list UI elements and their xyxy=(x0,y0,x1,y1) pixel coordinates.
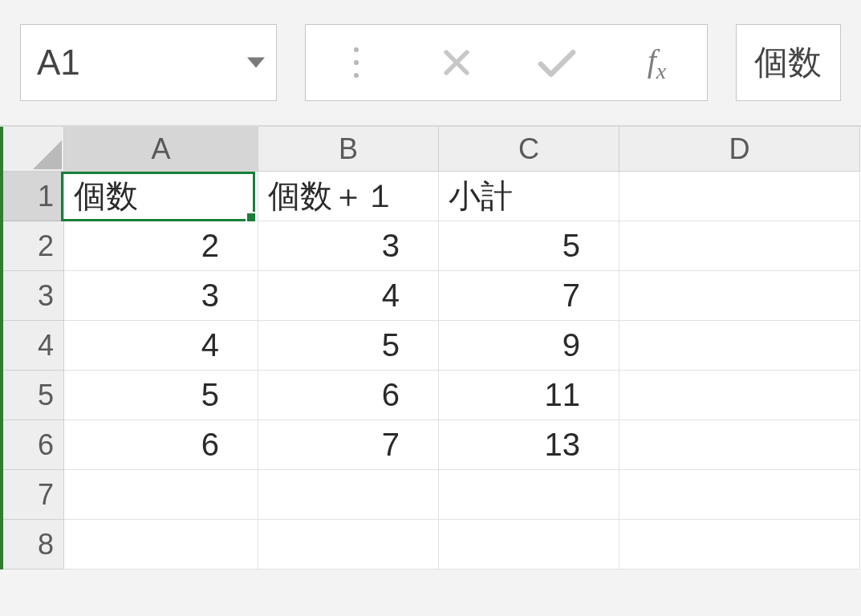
grid-row: 7 xyxy=(3,470,861,520)
cell[interactable]: 13 xyxy=(439,420,619,470)
cell[interactable]: 7 xyxy=(258,420,439,470)
cell[interactable]: 2 xyxy=(64,221,258,271)
cell[interactable] xyxy=(258,470,439,520)
cell[interactable] xyxy=(619,221,860,271)
formula-bar-input[interactable]: 個数 xyxy=(736,24,841,101)
column-header-b[interactable]: B xyxy=(258,127,439,172)
cell[interactable]: 9 xyxy=(439,321,619,371)
fx-icon: fx xyxy=(648,42,667,84)
formula-bar-buttons: fx xyxy=(305,24,708,101)
insert-function-button[interactable]: fx xyxy=(607,25,707,100)
cell[interactable]: 5 xyxy=(439,221,619,271)
row-header[interactable]: 1 xyxy=(3,172,64,221)
cell[interactable]: 7 xyxy=(439,271,619,321)
cell[interactable] xyxy=(619,470,860,520)
cell[interactable]: 3 xyxy=(258,221,439,271)
cell[interactable] xyxy=(619,420,860,470)
cell[interactable]: 11 xyxy=(439,371,619,420)
spreadsheet-grid: A B C D 1 個数 個数＋１ 小計 2 2 3 5 3 3 4 7 xyxy=(0,127,861,569)
cell[interactable] xyxy=(619,371,860,420)
cell[interactable]: 小計 xyxy=(439,172,619,221)
grid-row: 2 2 3 5 xyxy=(3,221,861,271)
cell[interactable]: 6 xyxy=(258,371,439,420)
row-header[interactable]: 4 xyxy=(3,321,64,371)
chevron-down-icon[interactable] xyxy=(247,58,265,68)
cell[interactable]: 5 xyxy=(258,321,439,371)
column-header-d[interactable]: D xyxy=(619,127,860,172)
name-box-input[interactable] xyxy=(35,42,212,83)
row-header[interactable]: 5 xyxy=(3,371,64,420)
grid-row: 8 xyxy=(3,520,861,569)
cell[interactable]: 6 xyxy=(64,420,258,470)
row-header[interactable]: 3 xyxy=(3,271,64,321)
grid-row: 5 5 6 11 xyxy=(3,371,861,420)
name-box[interactable] xyxy=(20,24,277,101)
cell[interactable]: 4 xyxy=(258,271,439,321)
cell[interactable]: 3 xyxy=(64,271,258,321)
grid-row: 3 3 4 7 xyxy=(3,271,861,321)
column-header-c[interactable]: C xyxy=(439,127,619,172)
cell[interactable]: 個数 xyxy=(64,172,258,221)
grid-row: 4 4 5 9 xyxy=(3,321,861,371)
column-header-row: A B C D xyxy=(3,127,861,172)
cell[interactable] xyxy=(619,520,860,569)
cell[interactable]: 4 xyxy=(64,321,258,371)
enter-button[interactable] xyxy=(506,25,607,100)
cell[interactable] xyxy=(619,172,860,221)
row-header[interactable]: 6 xyxy=(3,420,64,470)
select-all-corner[interactable] xyxy=(3,127,64,172)
cell[interactable] xyxy=(64,520,258,569)
column-header-a[interactable]: A xyxy=(64,127,258,172)
formula-bar: fx 個数 xyxy=(0,0,861,127)
row-header[interactable]: 7 xyxy=(3,470,64,520)
cell[interactable] xyxy=(64,470,258,520)
cell[interactable] xyxy=(619,271,860,321)
grid-row: 1 個数 個数＋１ 小計 xyxy=(3,172,861,221)
cell[interactable]: 個数＋１ xyxy=(258,172,439,221)
expand-handle-icon[interactable] xyxy=(306,25,406,100)
cancel-button[interactable] xyxy=(406,25,506,100)
row-header[interactable]: 2 xyxy=(3,221,64,271)
cell[interactable] xyxy=(439,470,619,520)
cell[interactable] xyxy=(619,321,860,371)
cell[interactable]: 5 xyxy=(64,371,258,420)
cell[interactable] xyxy=(439,520,619,569)
cell[interactable] xyxy=(258,520,439,569)
grid-row: 6 6 7 13 xyxy=(3,420,861,470)
row-header[interactable]: 8 xyxy=(3,520,64,569)
